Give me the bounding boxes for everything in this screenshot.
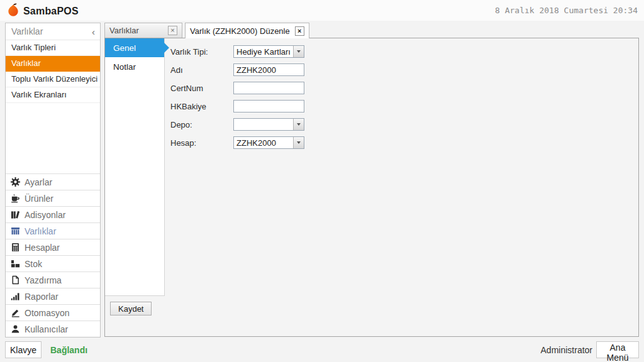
gear-icon <box>10 177 20 187</box>
form-row: Varlık Tipi: Hediye Kartları <box>170 45 304 58</box>
combobox-value: ZZHK2000 <box>234 137 293 148</box>
module-item-yazdirma[interactable]: Yazdırma <box>6 272 100 288</box>
field-select-hesap[interactable]: ZZHK2000 <box>233 136 304 149</box>
combobox-value <box>234 119 293 130</box>
chevron-down-icon <box>297 123 301 126</box>
form-row: HKBakiye <box>170 100 304 112</box>
connection-status: Bağlandı <box>50 345 87 355</box>
user-icon <box>10 324 20 334</box>
combobox-value: Hediye Kartları <box>234 46 293 57</box>
bar-chart-icon <box>10 292 20 302</box>
module-item-ayarlar[interactable]: Ayarlar <box>6 173 100 190</box>
chevron-down-icon <box>297 141 301 144</box>
sidebar-item-varliklar[interactable]: Varlıklar <box>6 56 100 72</box>
field-input-certnum[interactable] <box>233 82 304 94</box>
edit-form: Varlık Tipi: Hediye Kartları Adı CertNum… <box>170 45 304 155</box>
sambapos-flame-icon <box>6 3 20 20</box>
field-input-hkbakiye[interactable] <box>233 100 304 112</box>
form-row: Depo: <box>170 118 304 131</box>
calculator-icon <box>10 243 20 253</box>
tab-varlik-duzenle[interactable]: Varlık (ZZHK2000) Düzenle × <box>185 23 309 38</box>
clock-datetime: 8 Aralık 2018 Cumartesi 20:34 <box>495 6 638 15</box>
sidebar-item-toplu-varlik-duzenleyici[interactable]: Toplu Varlık Düzenleyici <box>6 72 100 87</box>
sidebar-header-label: Varlıklar <box>11 26 43 36</box>
section-tab-notlar[interactable]: Notlar <box>105 57 164 76</box>
document-icon <box>10 275 20 285</box>
chevron-down-icon <box>297 50 301 53</box>
pencil-icon <box>10 308 20 318</box>
app-title: SambaPOS <box>23 6 79 17</box>
field-label-hkbakiye: HKBakiye <box>170 102 233 111</box>
module-item-adisyonlar[interactable]: Adisyonlar <box>6 206 100 222</box>
save-button[interactable]: Kaydet <box>110 302 152 315</box>
sidebar-spacer <box>6 103 100 173</box>
left-sidebar: Varlıklar ‹ Varlık TipleriVarlıklarToplu… <box>5 23 101 337</box>
boxes-icon <box>10 259 20 269</box>
form-row: Hesap: ZZHK2000 <box>170 136 304 149</box>
sidebar-header: Varlıklar ‹ <box>6 23 100 40</box>
field-label-certnum: CertNum <box>170 84 233 93</box>
module-item-raporlar[interactable]: Raporlar <box>6 288 100 304</box>
dropdown-button[interactable] <box>293 119 304 130</box>
logged-in-user: Administrator <box>541 345 592 355</box>
collapse-icon[interactable]: ‹ <box>92 27 95 36</box>
module-item-stok[interactable]: Stok <box>6 255 100 272</box>
top-bar: SambaPOS 8 Aralık 2018 Cumartesi 20:34 <box>0 0 644 21</box>
form-row: CertNum <box>170 82 304 94</box>
section-tab-genel[interactable]: Genel <box>105 38 164 57</box>
coffee-cup-icon <box>10 194 20 204</box>
field-label-depo: Depo: <box>170 120 233 129</box>
field-select-varlik-tipi[interactable]: Hediye Kartları <box>233 45 304 58</box>
tab-varliklar[interactable]: Varlıklar × <box>104 23 182 38</box>
module-item-hesaplar[interactable]: Hesaplar <box>6 239 100 255</box>
section-list: GenelNotlar <box>105 38 165 296</box>
module-item-otomasyon[interactable]: Otomasyon <box>6 304 100 321</box>
tab-close-icon[interactable]: × <box>295 26 304 36</box>
module-item-urunler[interactable]: Ürünler <box>6 190 100 206</box>
sidebar-item-varlik-ekranlari[interactable]: Varlık Ekranları <box>6 87 100 103</box>
module-item-kullanicilar[interactable]: Kullanıcılar <box>6 321 100 337</box>
tab-bar: Varlıklar × Varlık (ZZHK2000) Düzenle × <box>104 23 309 39</box>
dropdown-button[interactable] <box>293 137 304 148</box>
field-label-hesap: Hesap: <box>170 138 233 148</box>
form-row: Adı <box>170 63 304 76</box>
app-logo: SambaPOS <box>6 3 79 20</box>
columns-icon <box>10 226 20 236</box>
main-menu-button[interactable]: Ana Menü <box>596 341 639 358</box>
field-label-adi: Adı <box>170 65 233 75</box>
tab-close-icon[interactable]: × <box>168 26 177 35</box>
module-list: Ayarlar Ürünler Adisyonlar Varlıklar Hes… <box>6 173 100 337</box>
field-label-varlik-tipi: Varlık Tipi: <box>170 47 233 57</box>
dropdown-button[interactable] <box>293 46 304 57</box>
tab-label: Varlıklar <box>109 26 139 35</box>
field-select-depo[interactable] <box>233 118 304 131</box>
editor-panel: GenelNotlar Varlık Tipi: Hediye Kartları… <box>104 38 639 337</box>
keyboard-button[interactable]: Klavye <box>5 341 42 358</box>
field-input-adi[interactable] <box>233 63 304 76</box>
sidebar-item-varlik-tipleri[interactable]: Varlık Tipleri <box>6 40 100 56</box>
app-window: SambaPOS 8 Aralık 2018 Cumartesi 20:34 V… <box>0 0 644 362</box>
sidebar-item-list: Varlık TipleriVarlıklarToplu Varlık Düze… <box>6 40 100 103</box>
tab-label: Varlık (ZZHK2000) Düzenle <box>190 26 290 36</box>
books-icon <box>10 210 20 220</box>
module-item-varliklar[interactable]: Varlıklar <box>6 222 100 239</box>
